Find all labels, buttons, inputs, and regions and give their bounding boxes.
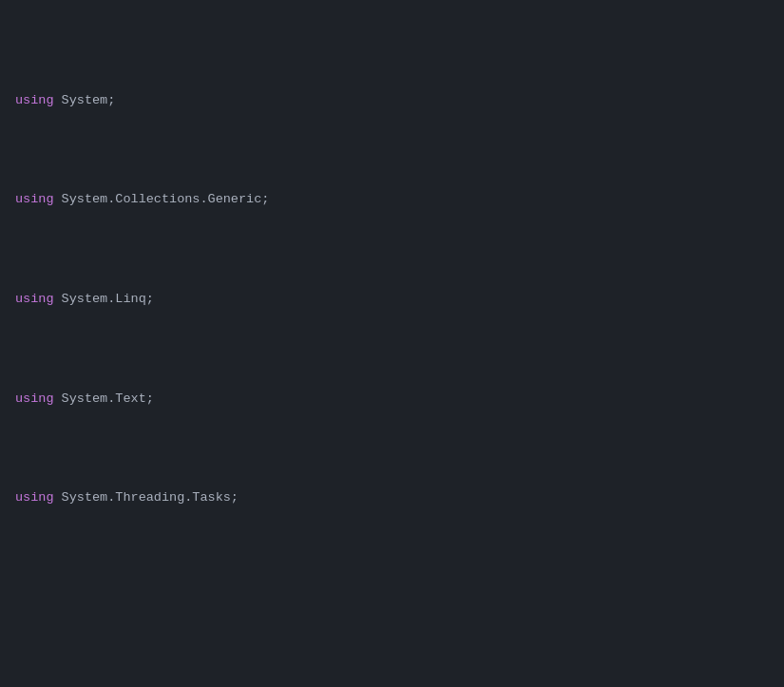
line-6 [0, 588, 784, 608]
code-editor: using System; using System.Collections.G… [0, 0, 784, 687]
keyword-using: using [15, 192, 54, 206]
line-5: using System.Threading.Tasks; [0, 488, 784, 508]
keyword-using: using [15, 490, 54, 505]
line-2: using System.Collections.Generic; [0, 190, 784, 210]
keyword-using: using [15, 292, 54, 306]
keyword-using: using [15, 93, 54, 107]
line-4: using System.Text; [0, 390, 784, 410]
line-1: using System; [0, 91, 784, 111]
keyword-using: using [15, 391, 54, 406]
line-3: using System.Linq; [0, 290, 784, 310]
